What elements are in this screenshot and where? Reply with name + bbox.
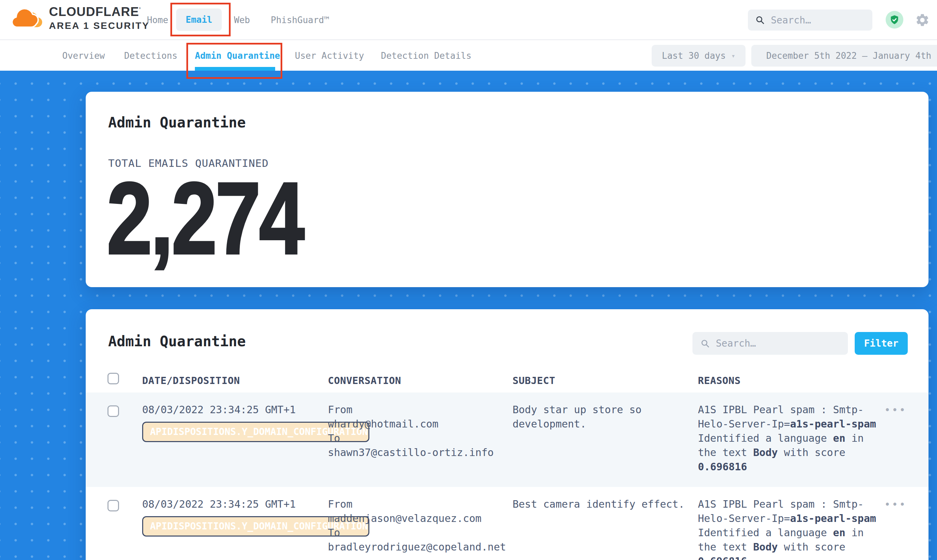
to-label: To — [328, 431, 518, 446]
summary-card: Admin Quarantine TOTAL EMAILS QUARANTINE… — [86, 92, 928, 287]
row-subject: Body star up store so development. — [512, 403, 687, 431]
email-section-tabs: Overview Detections Admin Quarantine Use… — [0, 41, 937, 71]
tab-admin-quarantine[interactable]: Admin Quarantine — [195, 41, 280, 71]
column-header-reasons: REASONS — [698, 375, 741, 386]
page-canvas: Admin Quarantine TOTAL EMAILS QUARANTINE… — [0, 71, 937, 560]
table-body: 08/03/2022 23:34:25 GMT+1 APIDISPOSITION… — [86, 392, 928, 560]
nav-item-web[interactable]: Web — [234, 0, 250, 40]
nav-item-home[interactable]: Home — [147, 0, 168, 40]
nav-item-email[interactable]: Email — [176, 9, 222, 31]
date-range-button[interactable]: December 5th 2022 — January 4th 2023 — [751, 45, 937, 66]
from-email: maddenjason@velazquez.com — [328, 511, 518, 526]
column-header-subject: SUBJECT — [512, 375, 556, 386]
from-label: From — [328, 497, 518, 511]
tab-user-activity[interactable]: User Activity — [295, 41, 364, 71]
brand-name: CLOUDFLARE’ — [49, 5, 150, 19]
brand-subtitle: AREA 1 SECURITY — [49, 20, 150, 31]
column-header-conversation: CONVERSATION — [328, 375, 401, 386]
protection-status-badge[interactable] — [886, 11, 903, 29]
filter-button[interactable]: Filter — [855, 332, 908, 355]
settings-button[interactable] — [915, 12, 930, 28]
row-reasons: A1S IPBL Pearl spam : Smtp-Helo-Server-I… — [698, 497, 883, 560]
table-search[interactable] — [693, 332, 848, 355]
top-bar: CLOUDFLARE’ AREA 1 SECURITY Home Email W… — [0, 0, 937, 40]
gear-icon — [915, 12, 930, 28]
row-menu-button[interactable]: ••• — [884, 498, 907, 511]
row-menu-button[interactable]: ••• — [884, 404, 907, 416]
quarantine-table-card: Admin Quarantine Filter DATE/DISPOSITION… — [86, 309, 928, 560]
tab-detections[interactable]: Detections — [124, 41, 178, 71]
table-search-input[interactable] — [716, 338, 840, 349]
row-date: 08/03/2022 23:34:25 GMT+1 — [142, 403, 296, 417]
cloudflare-cloud-icon — [9, 5, 43, 30]
table-card-title: Admin Quarantine — [108, 333, 246, 350]
from-label: From — [328, 403, 518, 417]
shield-check-icon — [889, 15, 900, 25]
cloudflare-logo: CLOUDFLARE’ AREA 1 SECURITY — [9, 5, 150, 31]
row-conversation: From maddenjason@velazquez.com To bradle… — [328, 497, 518, 554]
nav-item-phishguard[interactable]: PhishGuard™ — [271, 0, 329, 40]
row-checkbox[interactable] — [108, 405, 119, 417]
brand-mark: ’ — [139, 7, 141, 12]
table-header: DATE/DISPOSITION CONVERSATION SUBJECT RE… — [86, 365, 928, 392]
date-range-label: December 5th 2022 — January 4th 2023 — [766, 51, 937, 61]
row-checkbox[interactable] — [108, 500, 119, 511]
metric-value: 2,274 — [107, 167, 303, 269]
global-search[interactable] — [748, 9, 872, 31]
row-date: 08/03/2022 23:34:25 GMT+1 — [142, 497, 296, 511]
table-row: 08/03/2022 23:34:25 GMT+1 APIDISPOSITION… — [86, 392, 928, 487]
from-email: whardy@hotmail.com — [328, 417, 518, 431]
row-reasons: A1S IPBL Pearl spam : Smtp-Helo-Server-I… — [698, 403, 883, 474]
column-header-date: DATE/DISPOSITION — [142, 375, 240, 386]
active-tab-underline — [195, 67, 275, 71]
period-dropdown[interactable]: Last 30 days ▾ — [651, 45, 746, 66]
period-label: Last 30 days — [662, 51, 726, 61]
select-all-checkbox[interactable] — [108, 373, 119, 384]
to-label: To — [328, 526, 518, 540]
global-search-input[interactable] — [771, 15, 865, 26]
chevron-down-icon: ▾ — [731, 52, 735, 60]
summary-card-title: Admin Quarantine — [108, 114, 246, 131]
to-email: shawn37@castillo-ortiz.info — [328, 446, 518, 460]
search-icon — [755, 15, 764, 26]
search-icon — [701, 338, 710, 349]
row-conversation: From whardy@hotmail.com To shawn37@casti… — [328, 403, 518, 460]
to-email: bradleyrodriguez@copeland.net — [328, 540, 518, 554]
tab-overview[interactable]: Overview — [62, 41, 105, 71]
row-subject: Best camera identify effect. — [512, 497, 687, 511]
logo-text: CLOUDFLARE’ AREA 1 SECURITY — [49, 5, 150, 31]
table-row: 08/03/2022 23:34:25 GMT+1 APIDISPOSITION… — [86, 487, 928, 560]
tab-detection-details[interactable]: Detection Details — [381, 41, 471, 71]
